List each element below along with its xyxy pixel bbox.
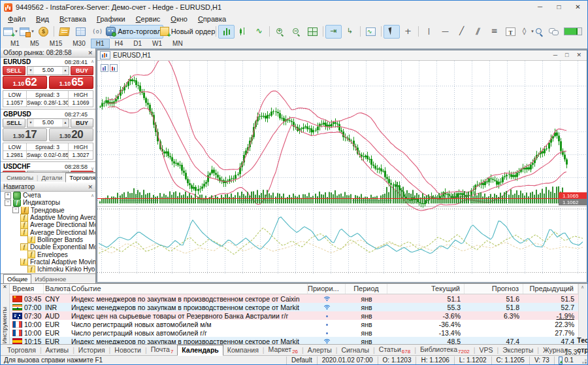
bar-chart-icon-button[interactable]	[218, 25, 235, 39]
symbol-header[interactable]: GBPUSD08:27:45	[1, 110, 95, 118]
tab-алерты[interactable]: Алерты	[304, 345, 336, 355]
tree-expander-icon[interactable]: +	[5, 192, 11, 199]
navigator-icon-button[interactable]	[89, 25, 105, 39]
ask-panel[interactable]: 1.3020	[49, 128, 93, 141]
chart-close-icon[interactable]: ✕	[576, 51, 581, 60]
tree-item-average-directional-movement-index[interactable]: Average Directional Movement Index	[1, 221, 95, 228]
tab-библиотека[interactable]: Библиотека7202	[416, 345, 474, 355]
close-icon[interactable]: ✕	[568, 1, 587, 14]
navigator-close-icon[interactable]: ✕	[88, 183, 93, 191]
symbol-header[interactable]: EURUSD08:28:41	[1, 58, 95, 66]
timeframe-m5[interactable]: M5	[25, 39, 44, 48]
tab-vps[interactable]: VPS	[476, 345, 497, 355]
sell-button[interactable]: SELL	[3, 66, 25, 75]
tab-символы[interactable]: Символы	[3, 173, 37, 182]
menu-item-вид[interactable]: Вид	[31, 15, 54, 23]
column-header-3[interactable]: Приори...	[308, 284, 346, 294]
text-tool-icon-button[interactable]	[502, 25, 519, 39]
tab-история[interactable]: История	[74, 345, 109, 355]
lot-stepper[interactable]: ▼5.00▲	[27, 118, 69, 128]
data-window-icon-button[interactable]	[73, 25, 89, 39]
toolbox-close-icon[interactable]: ✕	[3, 284, 7, 290]
menu-item-справка[interactable]: Справка	[193, 15, 231, 23]
minimize-icon[interactable]: ─	[531, 1, 549, 14]
profiles-icon-button[interactable]: ▼	[19, 25, 35, 39]
shift-end-icon-button[interactable]	[325, 25, 342, 39]
calendar-row[interactable]: 03:45CNYИндекс менеджеров по закупкам в …	[10, 294, 578, 303]
horizontal-line-icon-button[interactable]	[437, 25, 453, 39]
auto-scroll-icon-button[interactable]	[342, 25, 358, 39]
tree-expander-icon[interactable]: −	[5, 200, 11, 206]
column-header-4[interactable]: Период	[346, 284, 387, 294]
tree-item-adaptive-moving-average[interactable]: Adaptive Moving Average	[1, 214, 95, 221]
column-header-6[interactable]: Прогноз	[465, 284, 523, 294]
lot-increase-icon[interactable]: ▲	[62, 67, 69, 75]
tree-item-average-directional-movement-index-wilder[interactable]: Average Directional Movement Index Wilde…	[1, 228, 95, 235]
chart-maximize-icon[interactable]: □	[565, 51, 568, 60]
tab-избранное[interactable]: Избранное	[31, 275, 69, 283]
indicator-mini-icon[interactable]	[110, 64, 118, 72]
tab-статьи[interactable]: Статьи678	[375, 345, 414, 355]
column-header-0[interactable]: Время	[10, 284, 44, 294]
calendar-row[interactable]: 10:15EURИндекс менеджеров по закупкам в …	[10, 337, 578, 344]
tree-item-трендовые[interactable]: −Трендовые	[1, 207, 95, 214]
lot-decrease-icon[interactable]: ▼	[27, 119, 34, 127]
menu-item-сервис[interactable]: Сервис	[131, 15, 166, 23]
column-header-2[interactable]: Событие	[70, 284, 308, 294]
line-chart-icon-button[interactable]	[251, 25, 267, 39]
navigator-scroll-up-icon[interactable]: ∧	[91, 193, 94, 198]
calendar-row[interactable]: 07:00INRИндекс менеджеров по закупкам в …	[10, 303, 578, 311]
tab-торговля[interactable]: Торговля	[65, 173, 96, 182]
tab-сигналы[interactable]: Сигналы	[337, 345, 373, 355]
market-watch-scroll-up-icon[interactable]: ∧	[91, 59, 94, 63]
zoom-in-icon-button[interactable]	[272, 25, 288, 39]
calendar-row[interactable]: 10:00EURЧисло регистраций новых автомоби…	[10, 320, 578, 328]
ask-panel[interactable]: 1.1065	[49, 76, 93, 89]
indicators-icon-button[interactable]	[363, 25, 379, 39]
tab-новости[interactable]: Новости	[110, 345, 145, 355]
lot-increase-icon[interactable]: ▲	[62, 119, 69, 127]
column-header-5[interactable]: Текущий	[387, 284, 465, 294]
tree-item-fractal-adaptive-moving-average[interactable]: Fractal Adaptive Moving Average	[1, 258, 95, 266]
trendline-icon-button[interactable]	[453, 25, 470, 39]
column-header-1[interactable]: Валюта	[44, 284, 70, 294]
column-header-7[interactable]: Предыдущий	[523, 284, 578, 294]
open-account-icon-button[interactable]	[35, 25, 52, 39]
menu-item-графики[interactable]: Графики	[91, 15, 131, 23]
bid-panel[interactable]: 1.3017	[3, 128, 47, 141]
market-watch-close-icon[interactable]: ✕	[88, 49, 93, 57]
tab-компания[interactable]: Компания	[223, 345, 263, 355]
timeframe-d1[interactable]: D1	[128, 39, 147, 48]
tab-эксперты[interactable]: Эксперты	[498, 345, 537, 355]
chart-window-titlebar[interactable]: EURUSD,H1 ─ □ ✕	[97, 50, 587, 61]
tree-item-double-exponential-moving-average[interactable]: Double Exponential Moving Average	[1, 243, 95, 251]
channel-icon-button[interactable]	[470, 25, 486, 39]
search-icon[interactable]	[535, 27, 544, 36]
menu-item-файл[interactable]: Файл	[3, 15, 31, 23]
zoom-out-icon-button[interactable]	[288, 25, 304, 39]
maximize-icon[interactable]: □	[549, 1, 568, 14]
tree-item-ichimoku-kinko-hyo[interactable]: Ichimoku Kinko Hyo	[1, 266, 95, 273]
tree-expander-icon[interactable]: −	[12, 207, 19, 213]
cursor-icon-button[interactable]	[384, 25, 400, 39]
buy-button[interactable]: BUY	[71, 118, 93, 128]
calendar-row[interactable]: 10:00EURЧисло регистраций новых автомоби…	[10, 328, 578, 337]
resize-grip[interactable]	[585, 362, 587, 364]
timeframe-h1[interactable]: H1	[91, 39, 110, 48]
buy-button[interactable]: BUY	[71, 66, 93, 75]
tab-активы[interactable]: Активы	[42, 345, 73, 355]
tab-торговля[interactable]: Торговля	[3, 345, 40, 355]
tab-календарь[interactable]: Календарь	[177, 345, 223, 356]
chart-minimize-icon[interactable]: ─	[553, 51, 557, 60]
timeframe-m30[interactable]: M30	[67, 39, 90, 48]
авто-торговля-button[interactable]: Авто-торговля	[110, 25, 163, 39]
menu-item-окно[interactable]: Окно	[165, 15, 193, 23]
timeframe-m1[interactable]: M1	[5, 39, 25, 48]
tree-item-счета[interactable]: +Счета	[1, 192, 95, 199]
timeframe-w1[interactable]: W1	[147, 39, 167, 48]
новый-ордер-button[interactable]: Новый ордер	[163, 25, 214, 39]
navigator-scroll-down-icon[interactable]: ∨	[91, 266, 94, 270]
tab-общие[interactable]: Общие	[3, 274, 31, 283]
market-watch-scroll-down-icon[interactable]: ∨	[91, 166, 94, 171]
chat-icon[interactable]	[549, 27, 559, 36]
